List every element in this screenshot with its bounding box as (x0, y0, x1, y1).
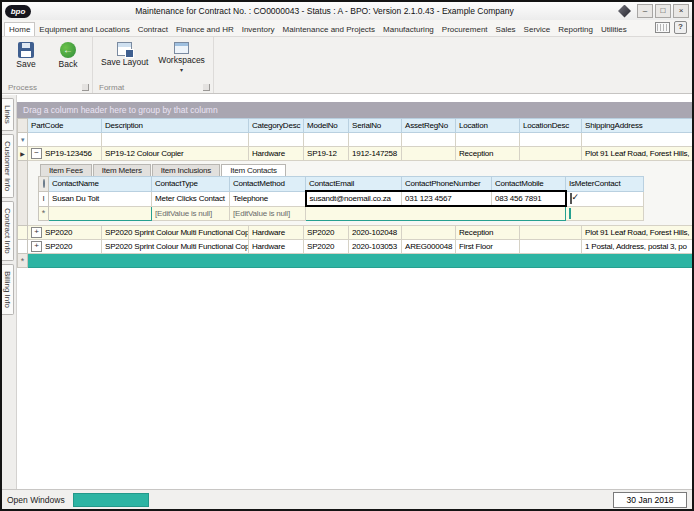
column-header-locationdesc[interactable]: LocationDesc (520, 119, 582, 133)
filter-cell[interactable] (304, 133, 349, 147)
sidebar-tab-contract-info[interactable]: Contract Info (2, 201, 14, 261)
cell-description[interactable]: SP2020 Sprint Colour Multi Functional Co… (102, 226, 249, 240)
close-button[interactable]: × (673, 4, 689, 18)
workspaces-button[interactable]: Workspaces ▾ (156, 40, 207, 81)
column-header-ismetercontact[interactable]: IsMeterContact (566, 177, 644, 192)
cell-partcode[interactable]: SP2020 (45, 228, 72, 237)
cell-shippingaddress[interactable]: 1 Postal, Address, postal 3, po (582, 240, 693, 254)
cell-modelno[interactable]: SP2020 (304, 240, 349, 254)
column-header-location[interactable]: Location (456, 119, 520, 133)
detail-tab-item-fees[interactable]: Item Fees (40, 164, 92, 176)
contact-new-row[interactable]: [EditValue is null] [EditValue is null] (39, 206, 644, 221)
column-header-partcode[interactable]: PartCode (28, 119, 102, 133)
ribbon-tab-service[interactable]: Service (520, 23, 555, 36)
cell-ismetercontact[interactable] (566, 191, 644, 206)
cell-categorydesc[interactable]: Hardware (249, 147, 304, 161)
cell-shippingaddress[interactable]: Plot 91 Leaf Road, Forest Hills, (582, 226, 693, 240)
save-layout-button[interactable]: Save Layout (99, 40, 150, 81)
process-dialog-launcher-icon[interactable] (82, 84, 89, 91)
cell-contactphonenumber[interactable]: 031 123 4567 (402, 191, 492, 206)
filter-row[interactable] (18, 133, 693, 147)
grid-row-sp19-123456[interactable]: SP19-123456 SP19-12 Colour Copier Hardwa… (18, 147, 693, 161)
help-icon[interactable] (674, 21, 687, 34)
filter-cell[interactable] (520, 133, 582, 147)
cell-locationdesc[interactable] (520, 240, 582, 254)
detail-tab-item-meters[interactable]: Item Meters (93, 164, 151, 176)
cell-serialno[interactable]: 1912-147258 (349, 147, 402, 161)
keyboard-icon[interactable] (655, 22, 670, 33)
cell-categorydesc[interactable]: Hardware (249, 226, 304, 240)
filter-cell[interactable] (102, 133, 249, 147)
minimize-button[interactable]: – (637, 4, 653, 18)
column-header-contactmethod[interactable]: ContactMethod (230, 177, 306, 192)
collapse-icon[interactable] (31, 148, 42, 159)
ribbon-tab-finance-and-hr[interactable]: Finance and HR (172, 23, 238, 36)
cell-contactname[interactable]: Susan Du Toit (49, 191, 152, 206)
cell-location[interactable]: First Floor (456, 240, 520, 254)
ribbon-tab-sales[interactable]: Sales (492, 23, 520, 36)
column-header-contactphonenumber[interactable]: ContactPhoneNumber (402, 177, 492, 192)
cell-assetregno[interactable] (402, 226, 456, 240)
expand-icon[interactable] (31, 241, 42, 252)
cell-assetregno[interactable] (402, 147, 456, 161)
new-cell-ismetercontact[interactable] (566, 206, 644, 221)
ribbon-tab-reporting[interactable]: Reporting (554, 23, 597, 36)
search-icon[interactable] (43, 179, 45, 188)
cell-contactmobile[interactable]: 083 456 7891 (492, 191, 566, 206)
cell-partcode[interactable]: SP2020 (45, 242, 72, 251)
column-header-shippingaddress[interactable]: ShippingAddress (582, 119, 693, 133)
cell-location[interactable]: Reception (456, 226, 520, 240)
column-header-contacttype[interactable]: ContactType (152, 177, 230, 192)
detail-tab-item-contacts[interactable]: Item Contacts (221, 164, 286, 176)
open-window-chip[interactable] (73, 493, 149, 507)
cell-serialno[interactable]: 2020-103053 (349, 240, 402, 254)
ribbon-tab-manufacturing[interactable]: Manufacturing (379, 23, 438, 36)
back-button[interactable]: Back (50, 40, 86, 81)
ribbon-tab-maintenance-and-projects[interactable]: Maintenance and Projects (279, 23, 380, 36)
date-picker[interactable]: 30 Jan 2018 (613, 492, 687, 508)
column-header-contactemail[interactable]: ContactEmail (306, 177, 402, 192)
ribbon-tab-equipment-and-locations[interactable]: Equipment and Locations (35, 23, 133, 36)
column-header-modelno[interactable]: ModelNo (304, 119, 349, 133)
cell-contacttype[interactable]: Meter Clicks Contact (152, 191, 230, 206)
grid-row-sp2020-102048[interactable]: SP2020 SP2020 Sprint Colour Multi Functi… (18, 226, 693, 240)
filter-cell[interactable] (402, 133, 456, 147)
filter-cell[interactable] (28, 133, 102, 147)
filter-cell[interactable] (456, 133, 520, 147)
column-header-description[interactable]: Description (102, 119, 249, 133)
new-cell-contact-details[interactable] (306, 206, 566, 221)
cell-categorydesc[interactable]: Hardware (249, 240, 304, 254)
ribbon-tab-procurement[interactable]: Procurement (438, 23, 492, 36)
cell-description[interactable]: SP2020 Sprint Colour Multi Functional Co… (102, 240, 249, 254)
filter-cell[interactable] (349, 133, 402, 147)
ribbon-tab-contract[interactable]: Contract (134, 23, 172, 36)
format-dialog-launcher-icon[interactable] (203, 84, 210, 91)
column-header-categorydesc[interactable]: CategoryDesc (249, 119, 304, 133)
column-header-assetregno[interactable]: AssetRegNo (402, 119, 456, 133)
save-button[interactable]: Save (8, 40, 44, 81)
cell-location[interactable]: Reception (456, 147, 520, 161)
cell-partcode[interactable]: SP19-123456 (45, 149, 92, 158)
ribbon-tab-utilities[interactable]: Utilities (597, 23, 631, 36)
grid-append-row[interactable] (18, 254, 693, 268)
expand-icon[interactable] (31, 227, 42, 238)
append-row-cells[interactable] (28, 254, 693, 268)
detail-tab-item-inclusions[interactable]: Item Inclusions (152, 164, 220, 176)
column-header-contactname[interactable]: ContactName (49, 177, 152, 192)
sidebar-tab-links[interactable]: Links (2, 98, 14, 131)
cell-shippingaddress[interactable]: Plot 91 Leaf Road, Forest Hills, (582, 147, 693, 161)
cell-modelno[interactable]: SP2020 (304, 226, 349, 240)
column-header-contactmobile[interactable]: ContactMobile (492, 177, 566, 192)
cell-locationdesc[interactable] (520, 226, 582, 240)
new-cell-contactmethod[interactable]: [EditValue is null] (230, 206, 306, 221)
sidebar-tab-customer-info[interactable]: Customer Info (2, 134, 14, 198)
contact-row-susan-du-toit[interactable]: Susan Du Toit Meter Clicks Contact Telep… (39, 191, 644, 206)
new-cell-contacttype[interactable]: [EditValue is null] (152, 206, 230, 221)
cell-serialno[interactable]: 2020-102048 (349, 226, 402, 240)
new-cell-contactname[interactable] (49, 206, 152, 221)
cell-locationdesc[interactable] (520, 147, 582, 161)
cell-assetregno[interactable]: AREG000048 (402, 240, 456, 254)
null-checkbox-icon[interactable] (569, 208, 571, 219)
checked-checkbox-icon[interactable] (570, 193, 572, 204)
cell-description[interactable]: SP19-12 Colour Copier (102, 147, 249, 161)
